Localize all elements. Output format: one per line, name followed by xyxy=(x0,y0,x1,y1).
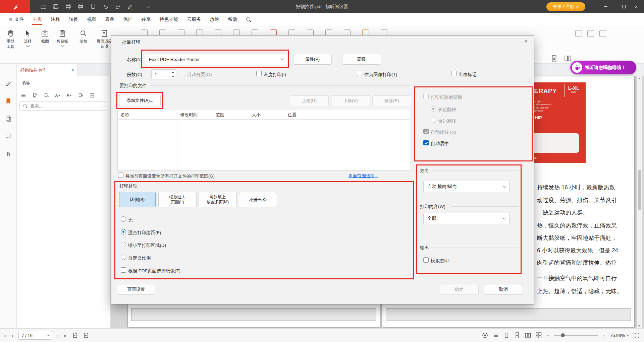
add-bookmark-icon[interactable] xyxy=(32,92,38,99)
overprint-checkbox[interactable] xyxy=(423,257,429,263)
customize-toolbar-chevron-icon[interactable] xyxy=(144,3,152,10)
menu-slideshow[interactable]: 放映 xyxy=(205,13,223,26)
remove-button[interactable]: 移除(E) xyxy=(372,95,411,106)
continuous-page-icon[interactable] xyxy=(514,332,520,338)
facing-icon[interactable] xyxy=(525,332,531,338)
menu-cloud[interactable]: 云服务 xyxy=(182,13,205,26)
menu-home[interactable]: 主页 xyxy=(28,13,46,26)
login-button[interactable]: 登录 / 注册 xyxy=(546,2,585,11)
fit-none-radio[interactable] xyxy=(121,216,126,222)
toolbar-icon[interactable] xyxy=(599,30,606,37)
toolbar-icon[interactable] xyxy=(587,30,594,37)
coffee-promo-banner[interactable]: 福昕请您喝咖啡哦！ xyxy=(570,61,636,74)
page-number-input[interactable]: 7 / 16 xyxy=(18,331,52,340)
stepper-down-icon[interactable] xyxy=(170,74,176,79)
expand-bookmarks-icon[interactable] xyxy=(89,92,95,99)
zoom-out-icon[interactable]: − xyxy=(546,333,549,338)
column-header-name[interactable]: 名称 xyxy=(118,110,177,119)
bookmarks-panel-icon[interactable] xyxy=(4,97,12,105)
column-header-location[interactable]: 位置 xyxy=(285,110,410,119)
facing-page-view-icon[interactable] xyxy=(564,55,572,62)
current-page-range-checkbox[interactable] xyxy=(118,173,123,178)
select-tool-button[interactable]: 选择 xyxy=(21,29,35,47)
menu-share[interactable]: 共享 xyxy=(137,13,155,26)
multiple-pages-tab-button[interactable]: 每张纸上放置多页(M) xyxy=(199,192,237,207)
menu-form[interactable]: 表单 xyxy=(101,13,119,26)
foxit-logo[interactable] xyxy=(0,0,30,13)
menu-features[interactable]: 特色功能 xyxy=(155,13,182,26)
print-setup-icon[interactable] xyxy=(77,3,84,10)
menu-help[interactable]: 帮助 xyxy=(223,13,241,26)
first-page-icon[interactable]: « xyxy=(4,333,7,338)
clipboard-button[interactable]: 剪贴板 xyxy=(54,29,70,47)
booklet-tab-button[interactable]: 小册子(K) xyxy=(239,192,277,207)
zoom-percent-dropdown[interactable]: 75.93% xyxy=(610,333,629,338)
copies-stepper[interactable]: 1 xyxy=(151,69,176,79)
previous-page-icon[interactable]: ‹ xyxy=(12,333,13,338)
pages-panel-icon[interactable] xyxy=(4,115,12,123)
zoom-slider-knob[interactable] xyxy=(561,333,565,337)
menu-view[interactable]: 视图 xyxy=(83,13,101,26)
tab-close-icon[interactable]: × xyxy=(71,67,74,73)
open-file-icon[interactable] xyxy=(40,3,47,10)
single-page-icon[interactable] xyxy=(503,332,509,338)
document-tab[interactable]: 好物推荐.pdf × xyxy=(17,64,78,76)
redo-icon[interactable] xyxy=(114,3,121,10)
toolbar-icon[interactable] xyxy=(575,30,582,37)
hand-tool-button[interactable]: 手型 工具 xyxy=(3,29,18,49)
flip-short-radio[interactable] xyxy=(431,118,436,123)
move-down-button[interactable]: 下移(V) xyxy=(331,95,370,106)
signature-pen-icon[interactable] xyxy=(126,3,134,10)
bookmark-list-icon[interactable] xyxy=(20,92,27,99)
zoom-slider[interactable] xyxy=(554,333,598,338)
page-setup-button[interactable]: 页面设置 xyxy=(117,284,155,295)
cancel-button[interactable]: 取消 xyxy=(484,284,523,295)
page-fit-button[interactable]: 页面适应选项 xyxy=(96,29,113,49)
properties-button[interactable]: 属性(P) xyxy=(293,54,332,65)
menu-file[interactable]: ≡ 文件 xyxy=(5,13,28,26)
undo-icon[interactable] xyxy=(102,3,109,10)
font-increase-icon[interactable]: A xyxy=(54,92,61,99)
stepper-up-icon[interactable] xyxy=(170,70,176,74)
bleed-marks-checkbox[interactable] xyxy=(451,71,457,76)
reading-mode-icon[interactable] xyxy=(493,332,499,338)
scroll-down-icon[interactable] xyxy=(638,325,640,327)
fit-margins-radio[interactable] xyxy=(121,229,126,234)
flip-long-radio[interactable] xyxy=(431,106,436,112)
menu-protect[interactable]: 保护 xyxy=(119,13,137,26)
ok-button[interactable]: 确定 xyxy=(440,284,479,295)
auto-rotate-checkbox[interactable] xyxy=(423,129,429,134)
custom-scale-radio[interactable] xyxy=(121,255,126,260)
menu-comment[interactable]: 注释 xyxy=(46,13,64,26)
printer-select[interactable]: Foxit PDF Reader Printer xyxy=(145,54,287,65)
goto-bookmark-icon[interactable] xyxy=(43,92,50,99)
annotation-panel-icon[interactable] xyxy=(4,80,12,88)
auto-scroll-icon[interactable] xyxy=(482,332,488,338)
font-decrease-icon[interactable]: A xyxy=(66,92,72,99)
paper-by-pdf-checkbox[interactable] xyxy=(121,267,126,273)
collate-checkbox[interactable] xyxy=(180,71,185,76)
menu-search-button[interactable] xyxy=(241,13,256,26)
dialog-close-icon[interactable]: × xyxy=(521,37,531,46)
zoom-tool-button[interactable]: 缩放 xyxy=(76,29,91,44)
zoom-in-icon[interactable]: + xyxy=(602,333,605,338)
column-header-range[interactable]: 范围 xyxy=(213,110,249,119)
attachments-panel-icon[interactable] xyxy=(4,150,12,158)
auto-center-checkbox[interactable] xyxy=(423,140,429,145)
add-files-button[interactable]: 添加文件(A)... xyxy=(119,95,161,106)
bookmark-search-input[interactable] xyxy=(31,104,104,109)
next-view-icon[interactable] xyxy=(83,332,89,338)
continuous-facing-icon[interactable] xyxy=(536,332,542,338)
fullscreen-icon[interactable] xyxy=(634,332,640,338)
export-icon[interactable] xyxy=(89,3,97,10)
next-page-icon[interactable]: › xyxy=(57,333,59,338)
advanced-button[interactable]: 高级 xyxy=(342,54,381,65)
snapshot-button[interactable]: 截图 xyxy=(38,29,52,44)
menu-convert[interactable]: 转换 xyxy=(64,13,83,26)
grayscale-checkbox[interactable] xyxy=(256,71,262,76)
scrollbar-thumb[interactable] xyxy=(638,170,641,210)
move-up-button[interactable]: 上移(U) xyxy=(290,95,329,106)
last-page-icon[interactable]: » xyxy=(64,333,66,338)
close-button[interactable]: × xyxy=(629,0,644,13)
files-table-body[interactable] xyxy=(118,120,410,170)
